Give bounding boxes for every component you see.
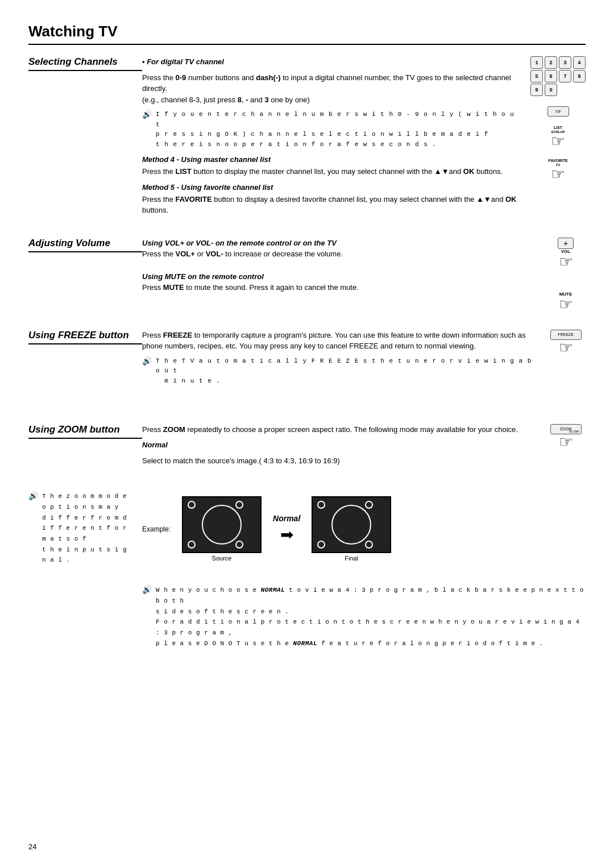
hand-icon-favorite: ☞ bbox=[551, 167, 565, 182]
method5-title: Method 5 - Using favorite channel list bbox=[142, 183, 522, 192]
final-label: Final bbox=[345, 555, 358, 562]
zoom-section: Using ZOOM button Press ZOOM repeatedly … bbox=[28, 424, 586, 471]
zoom-note2-row: 🔊 W h e n y o u c h o o s e NORMAL t o v… bbox=[28, 582, 586, 652]
freeze-icons: FREEZE ☞ bbox=[546, 330, 586, 356]
tf-btn: T/F bbox=[547, 106, 569, 117]
note-speaker-icon-zoom: 🔊 bbox=[28, 491, 39, 500]
zoom-btn: ZOOM SLOW bbox=[550, 424, 582, 434]
btn-4: 4 bbox=[573, 56, 586, 69]
final-box bbox=[312, 496, 391, 553]
zoom-icons: ZOOM SLOW ☞ bbox=[546, 424, 586, 450]
source-wrapper: Source bbox=[182, 496, 262, 562]
arrow-normal-box: Normal ➡ bbox=[273, 514, 300, 544]
btn-2: 2 bbox=[545, 56, 557, 69]
freeze-content: Press FREEZE to temporarily capture a pr… bbox=[142, 330, 586, 390]
selecting-channels-label: Selecting Channels bbox=[28, 56, 142, 71]
freeze-button-unit: FREEZE ☞ bbox=[550, 330, 582, 356]
note-speaker-icon: 🔊 bbox=[142, 110, 152, 119]
adjusting-volume-content: Using VOL+ or VOL- on the remote control… bbox=[142, 238, 586, 313]
zoom-left-note: 🔊 T h e z o o m m o d e o p t i o n s m … bbox=[28, 488, 142, 569]
source-circle bbox=[202, 505, 242, 545]
tf-button-unit: T/F bbox=[547, 106, 569, 117]
zoom-example-area: Example: Source Normal bbox=[142, 488, 586, 570]
final-wrapper: Final bbox=[312, 496, 391, 562]
vol-plus-btn: + bbox=[558, 238, 574, 249]
number-buttons-grid: 1 2 3 4 5 6 7 8 9 0 bbox=[530, 56, 586, 97]
example-label: Example: bbox=[142, 525, 171, 533]
adjusting-volume-section: Adjusting Volume Using VOL+ or VOL- on t… bbox=[28, 238, 586, 313]
hand-icon-freeze: ☞ bbox=[559, 340, 573, 356]
btn-6: 6 bbox=[545, 70, 557, 82]
freeze-section: Using FREEZE button Press FREEZE to temp… bbox=[28, 330, 586, 390]
method4-title: Method 4 - Using master channel list bbox=[142, 155, 522, 164]
btn-8: 8 bbox=[573, 70, 586, 82]
normal-heading: Normal bbox=[142, 439, 537, 451]
list-button-unit: LISTSCRLUP ☞ bbox=[551, 126, 565, 149]
btn-1: 1 bbox=[530, 56, 543, 69]
btn-9: 9 bbox=[530, 84, 543, 96]
normal-arrow-label: Normal bbox=[273, 514, 300, 523]
source-label: Source bbox=[212, 555, 232, 562]
freeze-label: Using FREEZE button bbox=[28, 330, 142, 344]
hand-icon-zoom: ☞ bbox=[559, 434, 573, 450]
hand-icon-vol: ☞ bbox=[559, 254, 573, 270]
zoom-note2-content: 🔊 W h e n y o u c h o o s e NORMAL t o v… bbox=[142, 582, 586, 652]
btn-7: 7 bbox=[559, 70, 571, 82]
note-speaker-icon-zoom2: 🔊 bbox=[142, 585, 152, 594]
vol-button-unit: + VOL ☞ bbox=[558, 238, 574, 270]
hand-icon-list: ☞ bbox=[551, 134, 565, 149]
zoom-bottom-row: 🔊 T h e z o o m m o d e o p t i o n s m … bbox=[28, 488, 586, 570]
mute-title: Using MUTE on the remote control bbox=[142, 272, 264, 281]
source-box bbox=[182, 496, 262, 553]
channel-icons: 1 2 3 4 5 6 7 8 9 0 bbox=[530, 56, 586, 182]
selecting-channels-section: Selecting Channels • For digital TV chan… bbox=[28, 56, 586, 221]
zoom-button-unit: ZOOM SLOW ☞ bbox=[550, 424, 582, 450]
zoom-example: Example: Source Normal bbox=[142, 496, 586, 562]
adjusting-volume-label: Adjusting Volume bbox=[28, 238, 142, 252]
page-title: Watching TV bbox=[28, 23, 586, 45]
mute-button-unit: MUTE ☞ bbox=[559, 292, 573, 313]
volume-icons: + VOL ☞ MUTE ☞ bbox=[546, 238, 586, 313]
btn-3: 3 bbox=[559, 56, 571, 69]
zoom-label: Using ZOOM button bbox=[28, 424, 142, 439]
digital-tv-title: • For digital TV channel bbox=[142, 57, 224, 66]
vol-title: Using VOL+ or VOL- on the remote control… bbox=[142, 239, 337, 247]
favorite-button-unit: FAVORITEF2 ☞ bbox=[548, 159, 567, 182]
final-circle bbox=[331, 505, 371, 545]
note-speaker-icon-freeze: 🔊 bbox=[142, 356, 152, 366]
arrow-right-icon: ➡ bbox=[280, 525, 293, 544]
hand-icon-mute: ☞ bbox=[559, 297, 573, 313]
btn-0: 0 bbox=[545, 84, 557, 96]
page-number: 24 bbox=[28, 842, 36, 851]
zoom-content: Press ZOOM repeatedly to choose a proper… bbox=[142, 424, 586, 471]
selecting-channels-content: • For digital TV channel Press the 0-9 n… bbox=[142, 56, 586, 221]
btn-5: 5 bbox=[530, 70, 543, 82]
